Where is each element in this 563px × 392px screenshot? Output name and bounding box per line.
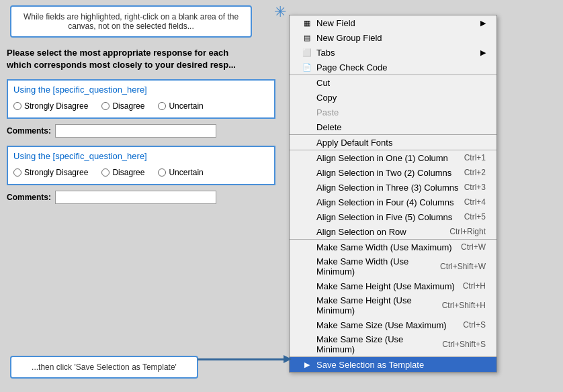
fonts-icon [300, 137, 314, 148]
context-menu: ▦ New Field ▶ ▤ New Group Field ⬜ Tabs ▶… [289, 15, 497, 373]
radio-circle [13, 168, 21, 177]
menu-label: New Field [316, 18, 355, 28]
comments-input-1[interactable] [55, 124, 216, 138]
menu-item-same-height-min[interactable]: Make Same Height (Use Minimum) Ctrl+Shif… [290, 293, 496, 317]
callout-top: While fields are highlighted, right-clic… [10, 5, 252, 38]
menu-label: Copy [316, 93, 337, 103]
copy-icon [300, 92, 314, 103]
menu-item-delete[interactable]: Delete [290, 119, 496, 134]
new-group-field-icon: ▤ [300, 32, 314, 43]
cursor-star-icon: ✳ [274, 3, 286, 21]
menu-label: Apply Default Fonts [316, 138, 392, 148]
comments-row-1: Comments: [7, 124, 275, 138]
menu-label: Cut [316, 78, 330, 88]
menu-label: Make Same Width (Use Maximum) [316, 242, 452, 252]
tabs-icon: ⬜ [300, 47, 314, 58]
menu-label: New Group Field [316, 33, 382, 43]
radio-circle [13, 102, 21, 110]
menu-label: Tabs [316, 48, 335, 58]
comments-input-2[interactable] [55, 191, 216, 204]
form-title: Please select the most appropriate respo… [7, 47, 275, 71]
menu-item-save-selection[interactable]: ▶ Save Selection as Template [290, 356, 496, 372]
question-box-2: Using the [specific_question_here] Stron… [7, 146, 275, 185]
arrow-shaft [198, 358, 285, 360]
radio-disagree-2[interactable]: Disagree [101, 168, 144, 177]
menu-label: Align Selection in Four (4) Columns [316, 197, 453, 207]
width-icon [300, 261, 314, 272]
radio-uncertain-2[interactable]: Uncertain [158, 168, 203, 177]
menu-item-apply-default-fonts[interactable]: Apply Default Fonts [290, 134, 496, 150]
align-icon [300, 182, 314, 193]
question-label-2: Using the [specific_question_here] [13, 151, 269, 161]
radio-strongly-disagree-2[interactable]: Strongly Disagree [13, 168, 88, 177]
shortcut-label: Ctrl+Right [449, 227, 486, 236]
arrow-indicator [198, 358, 285, 360]
menu-item-align-3col[interactable]: Align Selection in Three (3) Columns Ctr… [290, 180, 496, 195]
menu-label: Align Selection in One (1) Column [316, 153, 448, 163]
menu-label: Save Selection as Template [316, 360, 424, 370]
shortcut-label: Ctrl+W [461, 242, 486, 252]
menu-item-paste[interactable]: Paste [290, 105, 496, 119]
menu-item-cut[interactable]: Cut [290, 75, 496, 90]
radio-disagree-1[interactable]: Disagree [101, 101, 144, 111]
radio-circle [158, 168, 166, 177]
align-icon [300, 167, 314, 178]
radio-circle [158, 102, 166, 110]
delete-icon [300, 121, 314, 132]
height-icon [300, 281, 314, 291]
menu-item-page-check-code[interactable]: 📄 Page Check Code [290, 60, 496, 75]
radio-circle [101, 102, 110, 110]
menu-item-align-1col[interactable]: Align Selection in One (1) Column Ctrl+1 [290, 150, 496, 165]
shortcut-label: Ctrl+H [463, 281, 486, 291]
shortcut-label: Ctrl+5 [464, 212, 486, 222]
menu-label: Align Selection in Three (3) Columns [316, 183, 458, 193]
callout-bottom: ...then click 'Save Selection as Templat… [10, 356, 198, 379]
menu-item-align-row[interactable]: Align Selection on Row Ctrl+Right [290, 224, 496, 239]
menu-item-same-height-max[interactable]: Make Same Height (Use Maximum) Ctrl+H [290, 279, 496, 293]
radio-group-1: Strongly Disagree Disagree Uncertain [13, 99, 269, 113]
radio-label: Disagree [112, 101, 144, 111]
size-icon [300, 320, 314, 330]
callout-top-text: While fields are highlighted, right-clic… [24, 12, 239, 31]
menu-label: Make Same Size (Use Minimum) [316, 334, 442, 354]
question-label-1: Using the [specific_question_here] [13, 85, 269, 95]
menu-label: Align Selection on Row [316, 227, 406, 237]
menu-item-align-5col[interactable]: Align Selection in Five (5) Columns Ctrl… [290, 209, 496, 224]
menu-label: Delete [316, 122, 342, 132]
menu-label: Paste [316, 107, 339, 117]
menu-item-same-width-max[interactable]: Make Same Width (Use Maximum) Ctrl+W [290, 239, 496, 254]
menu-item-copy[interactable]: Copy [290, 90, 496, 105]
paste-icon [300, 107, 314, 117]
align-icon [300, 197, 314, 207]
menu-label: Make Same Width (Use Minimum) [316, 256, 440, 277]
menu-item-new-field[interactable]: ▦ New Field ▶ [290, 15, 496, 30]
comments-label-1: Comments: [7, 126, 51, 136]
radio-circle [101, 168, 110, 177]
width-icon [300, 242, 314, 252]
save-icon: ▶ [300, 359, 314, 370]
radio-label: Uncertain [169, 168, 203, 177]
menu-item-align-4col[interactable]: Align Selection in Four (4) Columns Ctrl… [290, 195, 496, 209]
new-field-icon: ▦ [300, 17, 314, 28]
menu-item-same-size-min[interactable]: Make Same Size (Use Minimum) Ctrl+Shift+… [290, 332, 496, 356]
size-icon [300, 339, 314, 350]
radio-label: Strongly Disagree [24, 101, 88, 111]
menu-item-same-size-max[interactable]: Make Same Size (Use Maximum) Ctrl+S [290, 317, 496, 332]
height-icon [300, 300, 314, 311]
menu-item-tabs[interactable]: ⬜ Tabs ▶ [290, 45, 496, 60]
radio-strongly-disagree-1[interactable]: Strongly Disagree [13, 101, 88, 111]
question-box-1: Using the [specific_question_here] Stron… [7, 79, 275, 119]
menu-item-new-group-field[interactable]: ▤ New Group Field [290, 30, 496, 45]
page-check-code-icon: 📄 [300, 62, 314, 72]
arrow-head [284, 355, 292, 363]
comments-row-2: Comments: [7, 191, 275, 204]
menu-item-align-2col[interactable]: Align Selection in Two (2) Columns Ctrl+… [290, 165, 496, 180]
shortcut-label: Ctrl+Shift+W [440, 262, 486, 271]
radio-label: Uncertain [169, 101, 203, 111]
menu-label: Align Selection in Five (5) Columns [316, 212, 452, 222]
menu-item-same-width-min[interactable]: Make Same Width (Use Minimum) Ctrl+Shift… [290, 254, 496, 279]
align-icon [300, 211, 314, 222]
callout-bottom-text: ...then click 'Save Selection as Templat… [32, 362, 177, 372]
radio-uncertain-1[interactable]: Uncertain [158, 101, 203, 111]
menu-label: Page Check Code [316, 62, 388, 72]
